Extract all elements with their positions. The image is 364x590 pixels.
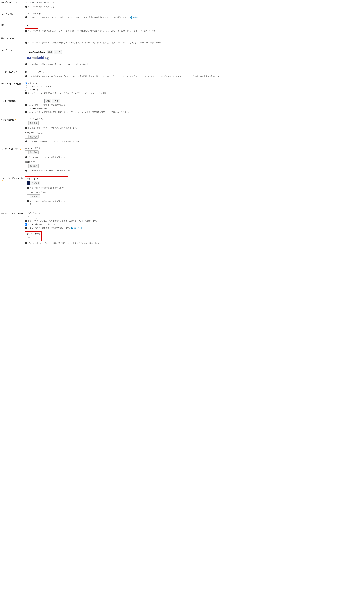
catchphrase-opt-none-label: 表示しない (28, 82, 37, 85)
height-label: 高さ (1, 23, 25, 26)
sub-menu-width-title: サブメニュー幅 (26, 233, 40, 235)
header-layout-desc: ヘッダーの表示形式を選択します。 (28, 5, 57, 8)
header-fixed-label: ヘッダーの固定 (1, 13, 25, 16)
header-all-text-color-picker[interactable]: 色を選択 (25, 135, 39, 139)
logo-width-label: 幅： (25, 71, 29, 73)
header-all-text-desc: ロゴ部分やグローバルナビ全てを含めたテキスト色を選択します。 (28, 140, 82, 143)
gnav-text-desc: グローバルナビ全体のテキスト色を選択します。 (30, 200, 67, 205)
header-fixed-checkbox-label: ヘッダーを固定する (28, 13, 44, 15)
header-bg-select-button[interactable]: 選択 (45, 99, 51, 103)
info-icon: i (25, 140, 27, 143)
header-logo-clear-button[interactable]: クリア (54, 50, 62, 54)
info-icon: i (25, 242, 27, 244)
height-mobile-label: 高さ（モバイル） (1, 37, 25, 40)
info-icon: i (27, 200, 29, 202)
info-icon: i (25, 156, 27, 158)
menu-width-help-link[interactable]: 解説ページ (74, 227, 83, 229)
header-all-bg-color-picker[interactable]: 色を選択 (25, 121, 39, 125)
gnav-text-title: グローバルナビ文字色 (27, 191, 67, 194)
height-desc: ヘッダーの高さをpx数で指定します。モバイル環境ではモバイル用設定のものが利用さ… (28, 29, 156, 32)
top-menu-width-desc: グローバルナビのメニュー幅をpx数で指定します。未記入でデフォルト幅になります。 (28, 220, 98, 222)
header-logo-color-label: ヘッダー色（ロゴ部） (1, 148, 19, 150)
header-bg-desc2: ヘッダーに設定した背景画像を背景に固定します。上下にスクロールしたときに背景画像… (28, 111, 130, 114)
warning-icon: ▲ (1, 180, 3, 182)
top-menu-width-title: トップメニュー幅 (25, 212, 363, 214)
info-icon: i (25, 75, 27, 77)
header-all-bg-title: ヘッダー全体背景色 (25, 118, 363, 121)
header-layout-label: ヘッダーレイアウト (1, 0, 25, 4)
info-icon: i (25, 127, 27, 129)
header-fixed-desc: ページをスクロールしても、ヘッダーが追従してきます。こちらはパソコン環境のみの動… (28, 16, 130, 18)
help-icon: ? (71, 227, 73, 229)
logo-height-sep: × 高さ： (38, 71, 45, 73)
gnav-color-label: グローバルナビメニュー色 (1, 177, 23, 179)
catchphrase-label: キャッチフレーズの配置 (1, 82, 25, 85)
gnav-width-label: グローバルナビメニュー幅 (1, 212, 25, 215)
catchphrase-opt-top[interactable] (25, 85, 27, 88)
header-logo-url-input[interactable] (27, 50, 46, 54)
logo-area-bg-title: ロゴエリア背景色 (25, 147, 363, 150)
warning-icon: ▲ (14, 119, 16, 121)
height-mobile-input[interactable] (25, 37, 37, 40)
header-bg-desc1: ヘッダー背景として表示する画像を設定します。 (28, 104, 67, 106)
info-icon: i (25, 111, 27, 113)
info-icon: i (25, 169, 27, 172)
header-logo-label: ヘッダーロゴ (1, 49, 25, 52)
header-bg-url-input[interactable] (25, 99, 45, 103)
catchphrase-opt-bottom-label: ヘッダーボトム (28, 88, 40, 91)
header-bg-fixed-checkbox[interactable] (25, 108, 27, 110)
help-icon: ? (130, 16, 132, 19)
sub-menu-width-desc: グローバルナビのサブメニュー幅をpx数で指定します。未記入でデフォルト幅になりま… (28, 242, 101, 245)
logo-height-input[interactable] (45, 70, 53, 74)
height-mobile-desc: モバイルでのヘッダーの高さをpx数で指定します。834px以下のタブレット以下の… (28, 41, 162, 44)
catchphrase-opt-top-label: ヘッダートップ（デフォルト） (28, 85, 53, 88)
header-bg-fixed-label: ヘッダー背景画像の固定 (28, 107, 47, 110)
menu-width-text-desc: メニュー幅を均一にせずにテキスト幅で設定します。 (28, 227, 71, 229)
logo-text-color-title: ロゴ文字色 (25, 161, 363, 163)
logo-text-color-picker[interactable]: 色を選択 (25, 164, 39, 168)
catchphrase-opt-bottom[interactable] (25, 89, 27, 91)
header-fixed-checkbox[interactable] (25, 13, 27, 15)
header-fixed-help-link[interactable]: 解説ページ (133, 16, 142, 18)
header-logo-desc: ヘッダー部分に表示する画像を設定します。jpg、jpeg、png形式の画像推奨で… (28, 63, 94, 66)
info-icon: i (25, 30, 27, 32)
info-icon: i (25, 104, 27, 106)
header-logo-preview: namakeblog (27, 55, 49, 60)
height-input[interactable] (26, 24, 38, 28)
logo-text-color-desc: グローバルナビ上のヘッダーテキスト色を選択します。 (28, 169, 73, 172)
info-icon: i (25, 220, 27, 222)
gnav-bg-color-picker[interactable]: 色を選択 (27, 181, 40, 185)
header-all-bg-desc: ロゴ部分やグローバルナビ全てを含めた背景色を選択します。 (28, 127, 78, 129)
header-bg-label: ヘッダー背景画像 (1, 99, 25, 102)
info-icon: i (25, 42, 27, 44)
warning-icon: ▲ (20, 148, 22, 150)
logo-area-bg-desc: グローバルナビ上のヘッダー背景色を選択します。 (28, 156, 69, 159)
info-icon: i (25, 227, 27, 229)
info-icon: i (25, 16, 27, 18)
info-icon: i (25, 92, 27, 94)
menu-width-text-label: メニュー幅をテキストに合わせる (28, 223, 55, 226)
gnav-bg-desc: グローバルナビ全体の背景色を選択します。 (30, 187, 65, 189)
info-icon: i (27, 187, 29, 189)
top-menu-width-input[interactable] (25, 215, 37, 219)
catchphrase-opt-none[interactable] (25, 82, 27, 84)
info-icon: i (25, 63, 27, 65)
logo-size-desc: ロゴの縦横幅を指定します。ロゴのRetina対応などに。サイズ設定が不要な場合は… (28, 75, 223, 78)
menu-width-text-checkbox[interactable] (25, 223, 27, 226)
gnav-bg-title: グローバルナビ色 (27, 178, 67, 181)
header-logo-select-button[interactable]: 選択 (47, 50, 53, 54)
info-icon: i (25, 6, 27, 8)
logo-size-label: ヘッダーロゴサイズ (1, 70, 25, 73)
logo-width-input[interactable] (29, 70, 37, 74)
header-bg-clear-button[interactable]: クリア (52, 99, 60, 103)
header-layout-select[interactable]: センターロゴ（デフォルト） (25, 0, 55, 5)
header-all-color-label: ヘッダー全体色 (1, 119, 14, 121)
logo-area-bg-color-picker[interactable]: 色を選択 (25, 150, 39, 154)
header-all-text-title: ヘッダー全体文字色 (25, 131, 363, 134)
catchphrase-desc: キャッチフレーズの表示位置を設定します。※「ヘッダーレイアウト」が「センターロゴ… (28, 92, 108, 95)
sub-menu-width-input[interactable] (26, 236, 38, 240)
gnav-text-color-picker[interactable]: 色を選択 (27, 195, 40, 198)
